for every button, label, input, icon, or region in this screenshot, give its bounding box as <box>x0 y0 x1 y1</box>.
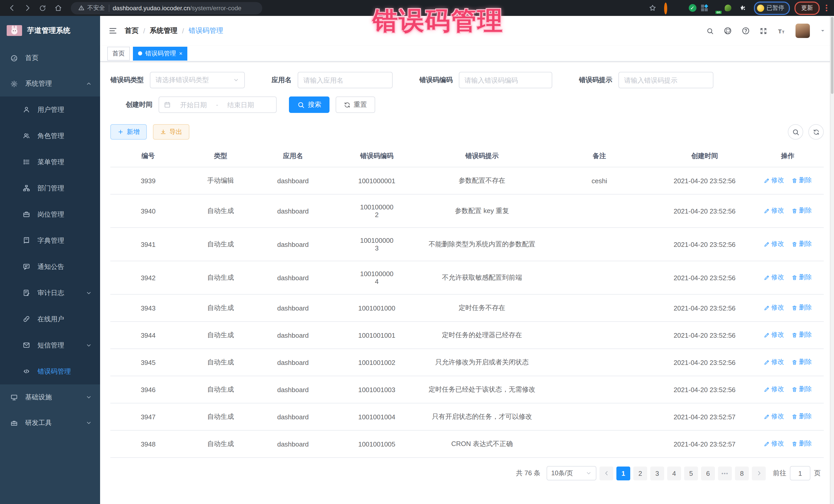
home-icon[interactable] <box>51 2 65 14</box>
sidebar-item-role[interactable]: 角色管理 <box>0 123 100 149</box>
link-icon <box>23 315 30 323</box>
delete-button[interactable]: 删除 <box>791 176 812 185</box>
tag-home[interactable]: 首页 <box>107 46 130 60</box>
sidebar-item-user[interactable]: 用户管理 <box>0 96 100 123</box>
sidebar-item-system[interactable]: 系统管理 <box>0 71 100 96</box>
browser-menu-icon[interactable] <box>824 5 829 11</box>
extension-puzzle-icon[interactable] <box>736 2 749 14</box>
export-button[interactable]: 导出 <box>153 124 190 139</box>
scrollbar[interactable] <box>830 16 834 504</box>
sidebar-item-online[interactable]: 在线用户 <box>0 306 100 332</box>
end-date-input[interactable] <box>221 100 260 109</box>
chevron-left-icon <box>603 470 610 476</box>
edit-button[interactable]: 修改 <box>764 440 784 448</box>
reload-icon[interactable] <box>36 2 49 14</box>
sidebar-item-notice[interactable]: 通知公告 <box>0 254 100 280</box>
help-icon[interactable] <box>742 27 750 35</box>
delete-button[interactable]: 删除 <box>791 273 812 282</box>
page-button-5[interactable]: 5 <box>684 466 698 480</box>
delete-button[interactable]: 删除 <box>791 304 812 312</box>
refresh-table-button[interactable] <box>808 124 824 139</box>
edit-button[interactable]: 修改 <box>764 304 784 312</box>
toggle-search-button[interactable] <box>788 124 803 139</box>
sidebar-item-menu[interactable]: 菜单管理 <box>0 149 100 175</box>
delete-button[interactable]: 删除 <box>791 206 812 215</box>
edit-button[interactable]: 修改 <box>764 385 784 394</box>
trash-icon <box>791 178 797 184</box>
error-code-input[interactable] <box>459 72 552 88</box>
breadcrumb-system[interactable]: 系统管理 <box>150 26 178 36</box>
edit-button[interactable]: 修改 <box>764 240 784 249</box>
page-button-2[interactable]: 2 <box>633 466 647 480</box>
sidebar-item-auditlog[interactable]: 审计日志 <box>0 280 100 306</box>
page-button-1[interactable]: 1 <box>616 466 630 480</box>
url-text[interactable]: dashboard.yudao.iocoder.cn/system/error-… <box>113 4 241 12</box>
edit-button[interactable]: 修改 <box>764 412 784 421</box>
scrollbar-thumb[interactable] <box>831 17 833 94</box>
search-button[interactable]: 搜索 <box>289 96 329 113</box>
bookmark-star-icon[interactable] <box>646 2 659 14</box>
extension-orange-icon[interactable] <box>664 4 672 12</box>
browser-update-button[interactable]: 更新 <box>794 1 820 15</box>
extension-grid-icon[interactable] <box>701 5 707 11</box>
forward-icon[interactable] <box>21 2 34 14</box>
delete-button[interactable]: 删除 <box>791 331 812 339</box>
edit-button[interactable]: 修改 <box>764 206 784 215</box>
reset-button[interactable]: 重置 <box>336 96 375 113</box>
avatar[interactable] <box>795 24 810 38</box>
sidebar-item-home[interactable]: 首页 <box>0 45 100 71</box>
sidebar-item-post[interactable]: 岗位管理 <box>0 201 100 227</box>
edit-button[interactable]: 修改 <box>764 358 784 367</box>
edit-button[interactable]: 修改 <box>764 273 784 282</box>
sidebar-item-errorcode[interactable]: 错误码管理 <box>0 358 100 385</box>
sidebar-item-devtools[interactable]: 研发工具 <box>0 410 100 436</box>
caret-down-icon[interactable] <box>820 28 826 34</box>
back-icon[interactable] <box>5 2 19 14</box>
next-page-button[interactable] <box>752 466 766 480</box>
sidebar-item-sms[interactable]: 短信管理 <box>0 332 100 358</box>
close-tag-icon[interactable]: × <box>179 50 182 56</box>
address-bar[interactable]: 不安全 dashboard.yudao.iocoder.cn/system/er… <box>71 2 262 14</box>
more-pages-button[interactable]: ••• <box>718 466 732 480</box>
page-size-select[interactable]: 10条/页 <box>547 466 596 480</box>
date-range-picker[interactable]: - <box>159 96 277 113</box>
sidebar-item-dict[interactable]: 字典管理 <box>0 227 100 254</box>
page-button-6[interactable]: 6 <box>701 466 715 480</box>
page-button-8[interactable]: 8 <box>735 466 749 480</box>
fullscreen-icon[interactable] <box>760 27 767 35</box>
add-button[interactable]: 新增 <box>110 124 147 139</box>
security-label[interactable]: 不安全 <box>87 4 105 12</box>
delete-button[interactable]: 删除 <box>791 412 812 421</box>
page-button-3[interactable]: 3 <box>650 466 664 480</box>
app-name-input[interactable] <box>298 72 393 88</box>
edit-button[interactable]: 修改 <box>764 331 784 339</box>
font-size-icon[interactable]: TT <box>777 26 786 35</box>
page-button-4[interactable]: 4 <box>667 466 681 480</box>
search-icon[interactable] <box>706 27 714 35</box>
delete-button[interactable]: 删除 <box>791 440 812 448</box>
tag-errorcode[interactable]: 错误码管理× <box>133 46 188 60</box>
start-date-input[interactable] <box>174 100 213 109</box>
sidebar-item-label: 系统管理 <box>25 79 52 88</box>
error-type-select[interactable]: 请选择错误码类型 <box>150 72 245 88</box>
edit-button[interactable]: 修改 <box>764 176 784 185</box>
hamburger-icon[interactable] <box>108 26 117 36</box>
svg-text:T: T <box>778 28 782 35</box>
logo[interactable]: 芋道管理系统 <box>0 16 100 45</box>
extension-onetab-icon[interactable]: on <box>712 4 720 12</box>
error-msg-input[interactable] <box>618 72 714 88</box>
goto-page-input[interactable] <box>790 466 810 480</box>
sidebar-item-infra[interactable]: 基础设施 <box>0 385 100 410</box>
prev-page-button[interactable] <box>599 466 613 480</box>
paused-badge[interactable]: 已暂停 <box>754 1 790 15</box>
delete-button[interactable]: 删除 <box>791 358 812 367</box>
github-icon[interactable] <box>724 27 732 35</box>
sidebar-item-dept[interactable]: 部门管理 <box>0 175 100 201</box>
extension-key-icon[interactable] <box>724 5 731 11</box>
extension-green-check-icon[interactable]: ✓ <box>688 4 696 12</box>
delete-button[interactable]: 删除 <box>791 240 812 249</box>
extension-blue-icon[interactable] <box>676 4 684 12</box>
breadcrumb-current[interactable]: 错误码管理 <box>189 26 223 36</box>
delete-button[interactable]: 删除 <box>791 385 812 394</box>
breadcrumb-home[interactable]: 首页 <box>125 26 138 36</box>
